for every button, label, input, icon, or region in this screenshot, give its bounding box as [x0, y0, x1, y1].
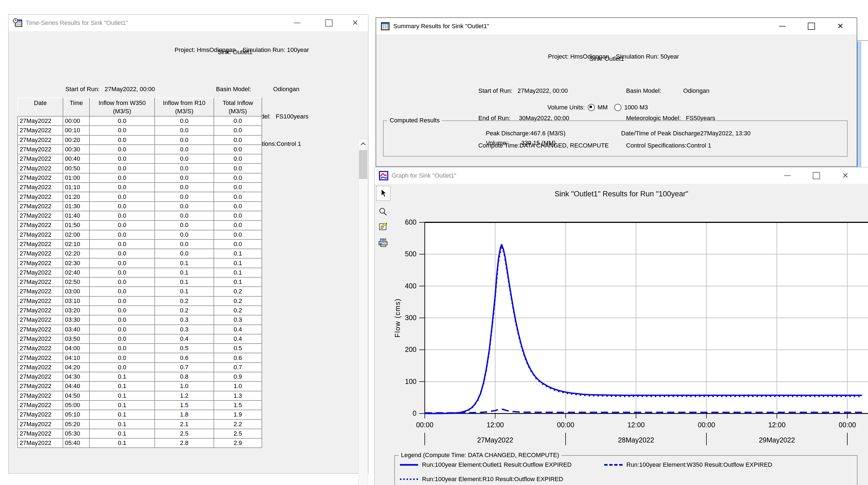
value-cell: 0.1	[155, 287, 214, 296]
window-title: Graph for Sink "Outlet1"	[392, 172, 457, 179]
svg-text:28May2022: 28May2022	[618, 436, 654, 444]
svg-text:12:00: 12:00	[768, 421, 786, 429]
svg-text:27May2022: 27May2022	[477, 436, 514, 444]
table-row: 27May202200:500.00.00.0	[18, 163, 262, 173]
background-window-edge	[856, 40, 868, 41]
time-cell: 04:20	[63, 363, 90, 372]
column-header: Inflow from W350(M3/S)	[90, 98, 155, 116]
value-cell: 0.0	[90, 220, 155, 230]
value-cell: 0.0	[90, 334, 155, 343]
value-cell: 0.0	[155, 126, 214, 135]
table-row: 27May202204:000.00.50.5	[18, 343, 262, 353]
date-cell: 27May2022	[18, 258, 63, 268]
value-cell: 0.0	[90, 230, 155, 239]
time-series-table-icon	[13, 18, 22, 28]
time-cell: 02:00	[63, 230, 90, 239]
value-cell: 0.1	[90, 429, 155, 438]
svg-text:29May2022: 29May2022	[759, 436, 795, 444]
time-cell: 03:00	[63, 287, 90, 296]
scroll-up-arrow[interactable]	[359, 139, 368, 149]
date-cell: 27May2022	[18, 154, 63, 163]
value-cell: 0.0	[155, 230, 214, 239]
date-cell: 27May2022	[18, 420, 63, 429]
time-cell: 04:50	[63, 391, 90, 400]
maximize-button[interactable]	[807, 168, 826, 184]
maximize-button[interactable]	[802, 18, 821, 34]
value-cell: 2.1	[155, 420, 214, 429]
value-cell: 0.1	[214, 249, 262, 258]
table-row: 27May202201:300.00.00.0	[18, 202, 262, 211]
value-cell: 0.0	[214, 220, 262, 230]
value-cell: 0.1	[90, 372, 155, 382]
legend-line-sample-solid	[400, 464, 418, 466]
value-cell: 0.0	[90, 183, 155, 192]
time-series-titlebar[interactable]: Time-Series Results for Sink "Outlet1" ✕	[8, 14, 368, 31]
value-cell: 0.0	[90, 287, 155, 296]
value-cell: 0.0	[214, 230, 262, 239]
time-series-content: Project: HmsOdiongan Simulation Run: 100…	[8, 31, 368, 474]
value-cell: 0.0	[214, 202, 262, 211]
table-row: 27May202205:100.11.81.9	[18, 410, 262, 419]
table-scrollbar[interactable]	[358, 139, 368, 485]
time-cell: 02:30	[63, 258, 90, 268]
value-cell: 0.5	[214, 343, 262, 353]
value-cell: 0.0	[90, 163, 155, 173]
table-row: 27May202202:100.00.00.0	[18, 239, 262, 249]
value-cell: 0.0	[214, 135, 262, 145]
time-cell: 03:40	[63, 325, 90, 334]
close-button[interactable]: ✕	[836, 168, 855, 184]
value-cell: 0.0	[90, 343, 155, 353]
table-row: 27May202201:400.00.00.0	[18, 211, 262, 220]
maximize-icon	[808, 23, 815, 30]
value-cell: 0.0	[90, 315, 155, 325]
table-row: 27May202203:200.00.20.2	[18, 306, 262, 315]
value-cell: 0.2	[214, 287, 262, 296]
value-cell: 0.4	[155, 334, 214, 343]
value-cell: 0.0	[214, 116, 262, 126]
close-icon: ✕	[837, 22, 843, 30]
value-cell: 0.0	[90, 353, 155, 362]
table-row: 27May202203:300.00.30.3	[18, 315, 262, 325]
table-row: 27May202202:000.00.00.0	[18, 230, 262, 239]
minimize-button[interactable]	[778, 168, 797, 184]
date-cell: 27May2022	[18, 239, 63, 249]
svg-text:200: 200	[405, 345, 416, 353]
table-row: 27May202200:300.00.00.0	[18, 145, 262, 154]
volume-units-row: Volume Units: MM 1000 M3	[547, 104, 648, 111]
summary-titlebar[interactable]: Summary Results for Sink "Outlet1" ✕	[376, 18, 857, 34]
value-cell: 0.0	[214, 126, 262, 135]
minimize-button[interactable]	[287, 14, 307, 31]
close-button[interactable]: ✕	[345, 14, 365, 31]
table-row: 27May202201:000.00.00.0	[18, 173, 262, 183]
maximize-button[interactable]	[319, 14, 339, 31]
time-cell: 01:50	[63, 220, 90, 230]
scrollbar-thumb[interactable]	[359, 150, 367, 179]
value-cell: 0.0	[90, 258, 155, 268]
value-cell: 0.7	[214, 363, 262, 372]
date-cell: 27May2022	[18, 429, 63, 438]
value-cell: 0.1	[155, 277, 214, 287]
close-button[interactable]: ✕	[831, 18, 850, 34]
minimize-button[interactable]	[773, 18, 792, 34]
value-cell: 0.1	[155, 268, 214, 277]
legend-line-sample-dotted	[400, 478, 418, 480]
sink-line: Sink: Outlet1	[469, 55, 745, 62]
value-cell: 0.0	[214, 192, 262, 201]
time-cell: 03:30	[63, 315, 90, 325]
date-cell: 27May2022	[18, 163, 63, 173]
table-row: 27May202203:100.00.20.2	[18, 296, 262, 306]
radio-mm[interactable]	[588, 104, 595, 111]
value-cell: 1.5	[155, 400, 214, 410]
sink-line: Sink: Outlet1	[97, 49, 373, 56]
table-row: 27May202204:500.11.21.3	[18, 391, 262, 400]
time-cell: 02:20	[63, 249, 90, 258]
value-cell: 0.0	[155, 239, 214, 249]
date-cell: 27May2022	[18, 202, 63, 211]
value-cell: 0.7	[155, 363, 214, 372]
time-cell: 02:10	[63, 239, 90, 249]
radio-1000m3[interactable]	[614, 104, 621, 111]
graph-titlebar[interactable]: Graph for Sink "Outlet1" ✕	[374, 168, 868, 184]
time-cell: 02:40	[63, 268, 90, 277]
background-window-scrollbar[interactable]	[857, 41, 861, 167]
value-cell: 0.6	[155, 353, 214, 362]
